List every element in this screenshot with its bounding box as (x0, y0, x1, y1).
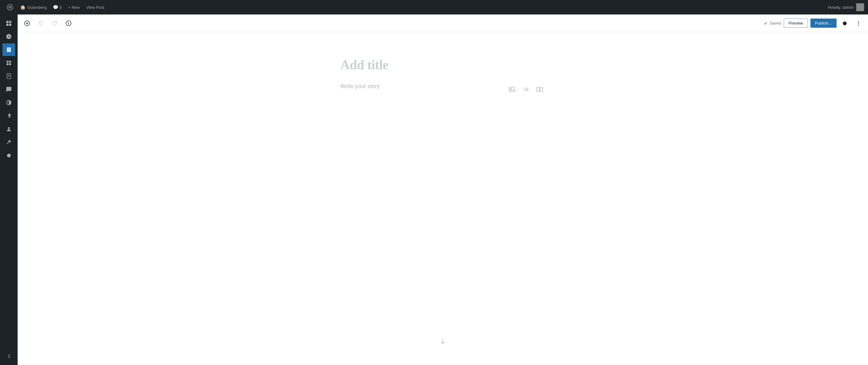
svg-point-29 (524, 89, 524, 90)
scroll-down-indicator (440, 338, 446, 346)
content-area: Write your story (340, 83, 545, 95)
content-placeholder[interactable]: Write your story (340, 83, 501, 90)
sidebar-item-plugins[interactable] (2, 110, 15, 122)
howdy-label: Howdy, admin (828, 5, 854, 10)
settings-button[interactable] (839, 18, 850, 29)
sidebar-item-tools[interactable] (2, 136, 15, 149)
svg-rect-32 (540, 87, 542, 92)
preview-button[interactable]: Preview (784, 19, 808, 28)
view-post-label: View Post (86, 5, 104, 10)
title-area[interactable]: Add title (340, 57, 545, 72)
saved-label: Saved (770, 21, 781, 26)
svg-point-19 (68, 22, 69, 22)
home-icon: 🏠 (20, 5, 26, 10)
svg-point-22 (858, 25, 859, 26)
svg-point-21 (858, 23, 859, 24)
comment-count: 0 (59, 5, 62, 10)
more-options-button[interactable] (853, 18, 864, 29)
svg-rect-7 (9, 61, 11, 63)
sidebar-item-pages[interactable] (2, 70, 15, 83)
svg-rect-4 (6, 24, 8, 26)
sidebar-item-dashboard[interactable] (2, 17, 15, 30)
sidebar-item-comments[interactable] (2, 83, 15, 96)
svg-rect-3 (9, 21, 11, 23)
admin-bar: W 🏠 Gutenberg 💬 0 + New View Post Howdy,… (0, 0, 868, 14)
svg-point-20 (858, 21, 859, 22)
svg-rect-8 (7, 63, 8, 65)
sidebar-item-users[interactable] (2, 123, 15, 135)
sidebar (0, 14, 18, 365)
sidebar-collapse-button[interactable] (2, 350, 15, 363)
view-post-link[interactable]: View Post (84, 0, 107, 14)
insert-image-button[interactable] (506, 84, 518, 95)
svg-point-30 (524, 90, 524, 91)
site-name-link[interactable]: 🏠 Gutenberg (18, 0, 49, 14)
comment-bubble-icon: 💬 (53, 5, 58, 10)
svg-point-28 (524, 88, 524, 88)
svg-rect-6 (7, 61, 8, 63)
saved-checkmark: ✓ (764, 21, 768, 26)
new-post-link[interactable]: + New (66, 0, 83, 14)
sidebar-item-updates[interactable] (2, 30, 15, 43)
editor-content[interactable]: Add title Write your story (18, 32, 868, 365)
svg-point-13 (8, 127, 10, 129)
add-block-button[interactable] (21, 18, 33, 29)
sidebar-item-blocks[interactable] (2, 57, 15, 69)
sidebar-item-appearance[interactable] (2, 96, 15, 109)
svg-point-24 (510, 88, 512, 89)
howdy-menu[interactable]: Howdy, admin (828, 3, 864, 11)
sidebar-item-posts[interactable] (2, 43, 15, 56)
editor-toolbar: ✓ Saved Preview Publish... (18, 14, 868, 32)
svg-rect-5 (9, 24, 11, 26)
main-layout: ✓ Saved Preview Publish... Add title (0, 14, 868, 365)
editor-area: ✓ Saved Preview Publish... Add title (18, 14, 868, 365)
insert-columns-button[interactable] (534, 84, 545, 95)
svg-rect-9 (9, 63, 11, 65)
insert-list-button[interactable] (520, 84, 531, 95)
new-label: + New (68, 5, 80, 10)
admin-avatar (856, 3, 864, 11)
title-placeholder[interactable]: Add title (340, 57, 545, 72)
svg-text:W: W (8, 6, 12, 9)
publish-button[interactable]: Publish... (810, 19, 837, 28)
redo-button[interactable] (49, 18, 60, 29)
undo-button[interactable] (35, 18, 46, 29)
sidebar-item-settings[interactable] (2, 149, 15, 162)
wordpress-logo[interactable]: W (4, 1, 17, 13)
saved-status: ✓ Saved (764, 21, 781, 26)
toolbar-right: ✓ Saved Preview Publish... (764, 18, 864, 29)
editor-inner: Add title Write your story (333, 32, 553, 158)
comments-link[interactable]: 💬 0 (50, 0, 64, 14)
details-button[interactable] (63, 18, 74, 29)
svg-rect-2 (6, 21, 8, 23)
svg-rect-31 (537, 87, 539, 92)
site-name: Gutenberg (27, 5, 46, 10)
content-icons (506, 83, 545, 95)
